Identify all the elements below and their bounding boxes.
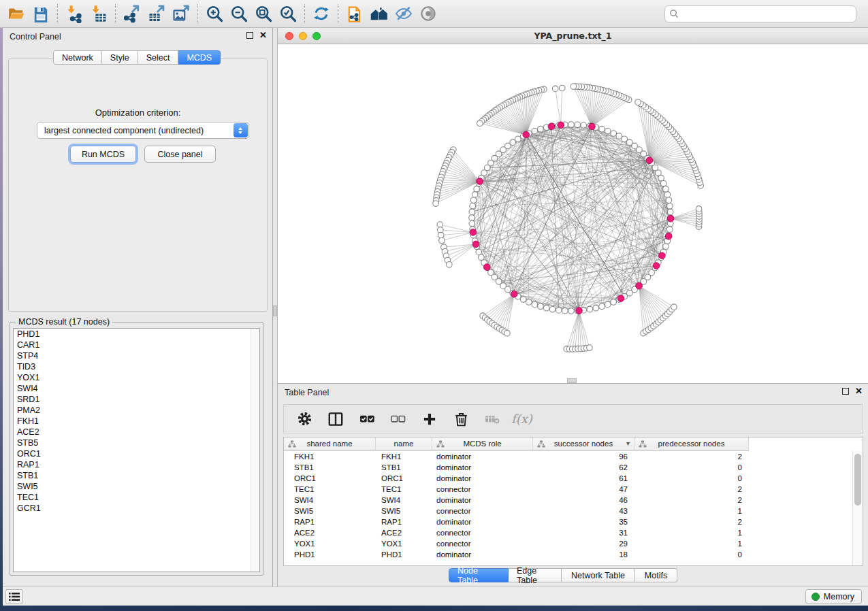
cell-predecessor-nodes[interactable]: 0	[634, 462, 749, 473]
graph-hub-node[interactable]	[548, 123, 555, 130]
cell-shared-name[interactable]: RAP1	[284, 516, 376, 527]
graph-node[interactable]	[667, 209, 673, 215]
graph-node[interactable]	[568, 122, 575, 128]
table-row[interactable]: PHD1PHD1dominator180	[284, 549, 852, 560]
network-canvas[interactable]	[278, 44, 868, 383]
mcds-result-item[interactable]: ORC1	[14, 448, 259, 459]
column-header-successor-nodes[interactable]: successor nodes ▾	[533, 437, 634, 451]
graph-node[interactable]	[616, 133, 622, 139]
table-row[interactable]: RAP1RAP1dominator352	[284, 516, 852, 527]
network-graph[interactable]	[278, 44, 867, 382]
cell-mcds-role[interactable]: dominator	[432, 451, 533, 462]
cell-predecessor-nodes[interactable]: 0	[634, 549, 749, 560]
graph-node[interactable]	[666, 197, 672, 203]
tab-select[interactable]: Select	[138, 50, 179, 65]
cell-mcds-role[interactable]: dominator	[432, 495, 533, 506]
cell-successor-nodes[interactable]: 31	[533, 527, 634, 538]
tab-motifs[interactable]: Motifs	[635, 568, 677, 582]
column-header-predecessor-nodes[interactable]: predecessor nodes	[634, 437, 749, 451]
zoom-selected-icon[interactable]	[276, 2, 300, 25]
delete-row-icon[interactable]	[449, 408, 473, 431]
graph-leaf-node[interactable]	[587, 345, 593, 351]
graph-leaf-node[interactable]	[438, 227, 444, 233]
task-history-button[interactable]	[5, 589, 23, 604]
cell-mcds-role[interactable]: connector	[432, 527, 533, 538]
cell-successor-nodes[interactable]: 96	[533, 451, 634, 462]
cell-name[interactable]: ACE2	[376, 527, 432, 538]
graph-leaf-node[interactable]	[439, 237, 445, 244]
table-row[interactable]: STB1STB1dominator620	[284, 462, 852, 473]
cell-predecessor-nodes[interactable]: 0	[634, 473, 749, 484]
table-row[interactable]: ORC1ORC1dominator610	[284, 473, 852, 484]
optimization-criterion-select[interactable]: largest connected component (undirected)	[37, 122, 249, 139]
export-table-icon[interactable]	[144, 2, 169, 25]
search-input[interactable]	[682, 10, 856, 19]
graph-node[interactable]	[664, 192, 671, 198]
graph-leaf-node[interactable]	[696, 206, 702, 212]
cell-shared-name[interactable]: STB1	[284, 462, 376, 473]
graph-node[interactable]	[575, 122, 581, 128]
graph-hub-node[interactable]	[589, 123, 596, 130]
mcds-result-item[interactable]: YOX1	[14, 372, 259, 383]
graph-node[interactable]	[469, 220, 475, 227]
graph-hub-node[interactable]	[511, 291, 518, 297]
cell-name[interactable]: TEC1	[376, 484, 432, 495]
graph-node[interactable]	[469, 209, 475, 215]
search-box[interactable]	[664, 5, 856, 22]
graph-node[interactable]	[470, 203, 476, 210]
graph-hub-node[interactable]	[483, 264, 490, 271]
import-network-icon[interactable]	[62, 2, 86, 25]
graph-node[interactable]	[532, 301, 538, 308]
table-row[interactable]: FKH1FKH1dominator962	[284, 451, 852, 462]
cell-predecessor-nodes[interactable]: 1	[634, 538, 749, 549]
cell-mcds-role[interactable]: dominator	[432, 549, 533, 560]
cell-predecessor-nodes[interactable]: 2	[634, 451, 749, 462]
graph-node[interactable]	[472, 192, 478, 198]
graph-node[interactable]	[593, 305, 599, 311]
graph-node[interactable]	[538, 303, 544, 310]
graph-node[interactable]	[515, 136, 521, 142]
cell-predecessor-nodes[interactable]: 2	[634, 495, 749, 506]
cell-name[interactable]: ORC1	[376, 473, 432, 484]
graph-leaf-node[interactable]	[552, 86, 558, 92]
zoom-in-icon[interactable]	[202, 2, 227, 25]
cell-successor-nodes[interactable]: 61	[533, 473, 634, 484]
cell-predecessor-nodes[interactable]: 2	[634, 516, 749, 527]
graph-hub-node[interactable]	[659, 252, 666, 259]
graph-node[interactable]	[532, 128, 538, 134]
close-panel-icon[interactable]: ✕	[259, 32, 267, 39]
mcds-result-item[interactable]: TID3	[14, 361, 259, 372]
home-view-icon[interactable]	[367, 2, 391, 25]
tab-style[interactable]: Style	[102, 50, 138, 65]
graph-node[interactable]	[520, 297, 526, 303]
export-image-icon[interactable]	[169, 2, 193, 25]
cell-successor-nodes[interactable]: 47	[533, 484, 634, 495]
graph-node[interactable]	[469, 215, 475, 221]
cell-name[interactable]: PHD1	[376, 549, 432, 560]
mcds-result-item[interactable]: STP4	[14, 350, 259, 361]
hide-graphics-details-icon[interactable]	[391, 2, 416, 25]
cell-shared-name[interactable]: YOX1	[284, 538, 376, 549]
graph-node[interactable]	[474, 186, 480, 192]
cell-successor-nodes[interactable]: 35	[533, 516, 634, 527]
table-body[interactable]: FKH1FKH1dominator962STB1STB1dominator620…	[284, 451, 852, 565]
cell-mcds-role[interactable]: dominator	[432, 516, 533, 527]
graph-node[interactable]	[599, 126, 605, 132]
graph-leaf-node[interactable]	[504, 330, 511, 336]
float-panel-icon[interactable]	[842, 388, 849, 395]
graph-leaf-node[interactable]	[635, 99, 641, 105]
table-row[interactable]: YOX1YOX1connector291	[284, 538, 852, 549]
cell-name[interactable]: SWI5	[376, 506, 432, 516]
graph-node[interactable]	[568, 308, 575, 314]
graph-hub-node[interactable]	[653, 263, 660, 269]
mcds-result-item[interactable]: PMA2	[14, 405, 259, 416]
cell-shared-name[interactable]: TEC1	[284, 484, 376, 495]
mcds-result-item[interactable]: SWI4	[14, 383, 259, 394]
cell-mcds-role[interactable]: connector	[432, 484, 533, 495]
mcds-result-item[interactable]: RAP1	[14, 459, 259, 470]
tab-network[interactable]: Network	[53, 50, 102, 65]
cell-successor-nodes[interactable]: 43	[533, 506, 634, 516]
cell-name[interactable]: RAP1	[376, 516, 432, 527]
cell-shared-name[interactable]: ORC1	[284, 473, 376, 484]
graph-leaf-node[interactable]	[447, 262, 453, 268]
